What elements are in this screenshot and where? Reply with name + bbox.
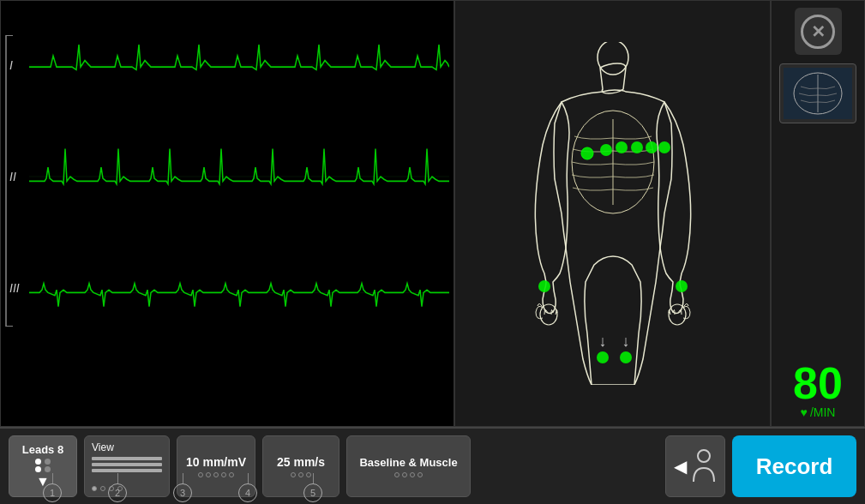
svg-point-18 — [600, 144, 612, 156]
close-button[interactable]: ✕ — [795, 8, 842, 55]
toolbar: Leads 8 ▼ View — [0, 427, 865, 504]
annotation-3: 3 — [173, 473, 192, 502]
per-min-label: /MIN — [810, 405, 836, 419]
gain-value: 10 mm/mV — [186, 455, 246, 469]
filter-button[interactable]: Baseline & Muscle — [346, 435, 471, 497]
filter-dot-3 — [410, 472, 415, 477]
leads-dots — [35, 459, 51, 472]
svg-point-23 — [538, 280, 550, 292]
body-diagram: ↓ ↓ — [476, 42, 750, 385]
leads-dot-4 — [45, 466, 51, 472]
lead-III-row: III — [5, 232, 449, 344]
annotation-1: 1 — [43, 473, 62, 502]
leads-dot-3 — [35, 466, 41, 472]
annotation-row: 1 2 3 4 5 — [43, 473, 322, 502]
person-icon — [690, 449, 718, 483]
svg-point-26 — [620, 351, 632, 363]
close-icon: ✕ — [801, 15, 835, 49]
lead-III-trace — [29, 232, 449, 344]
svg-point-25 — [597, 351, 609, 363]
record-label: Record — [756, 453, 833, 480]
filter-dot-2 — [402, 472, 407, 477]
annotation-circle-5: 5 — [303, 483, 322, 502]
nav-arrow-icon: ◀ — [674, 456, 687, 477]
annotation-circle-2: 2 — [108, 483, 127, 502]
annotation-circle-1: 1 — [43, 483, 62, 502]
filter-label: Baseline & Muscle — [359, 456, 457, 469]
xray-thumbnail[interactable] — [779, 63, 856, 123]
view-line-3 — [92, 469, 162, 472]
svg-point-22 — [658, 141, 670, 153]
body-svg: ↓ ↓ — [476, 42, 750, 385]
leads-label: Leads 8 — [22, 443, 63, 456]
filter-dots — [394, 472, 423, 477]
lead-II-row: II — [5, 121, 449, 232]
xray-svg — [784, 68, 852, 119]
svg-text:↓: ↓ — [598, 333, 606, 350]
svg-point-30 — [698, 450, 710, 462]
view-label: View — [92, 441, 114, 453]
filter-dot-4 — [417, 472, 423, 477]
nav-button[interactable]: ◀ — [665, 435, 725, 497]
view-line-2 — [92, 463, 162, 466]
body-panel: ↓ ↓ — [454, 0, 771, 427]
annotation-circle-4: 4 — [238, 483, 257, 502]
view-lines — [92, 457, 162, 472]
annotation-2: 2 — [108, 473, 127, 502]
record-button[interactable]: Record — [732, 435, 856, 497]
top-area: I II — [0, 0, 865, 427]
annotation-4: 4 — [238, 473, 257, 502]
svg-point-24 — [676, 280, 688, 292]
svg-point-19 — [616, 141, 628, 153]
heart-rate-unit: ♥ /MIN — [793, 405, 843, 419]
svg-point-21 — [646, 141, 658, 153]
lead-I-row: I — [5, 9, 449, 121]
lead-II-trace — [29, 121, 449, 232]
leads-dot-1 — [35, 459, 41, 465]
svg-rect-6 — [29, 232, 449, 344]
nav-inner: ◀ — [674, 449, 718, 483]
heart-rate-value: 80 — [793, 361, 843, 405]
annotation-circle-3: 3 — [173, 483, 192, 502]
app-container: I II — [0, 0, 865, 504]
heart-rate-display: 80 ♥ /MIN — [793, 361, 843, 419]
ecg-panel: I II — [0, 0, 454, 427]
leads-dot-2 — [45, 459, 51, 465]
filter-dot-1 — [394, 472, 399, 477]
speed-value: 25 mm/s — [277, 455, 325, 469]
right-panel: ✕ 80 ♥ /MIN — [771, 0, 865, 427]
svg-point-20 — [631, 141, 643, 153]
view-line-1 — [92, 457, 162, 460]
lead-I-trace — [29, 9, 449, 121]
svg-text:↓: ↓ — [622, 333, 629, 350]
heart-icon: ♥ — [801, 405, 808, 419]
annotation-5: 5 — [303, 473, 322, 502]
